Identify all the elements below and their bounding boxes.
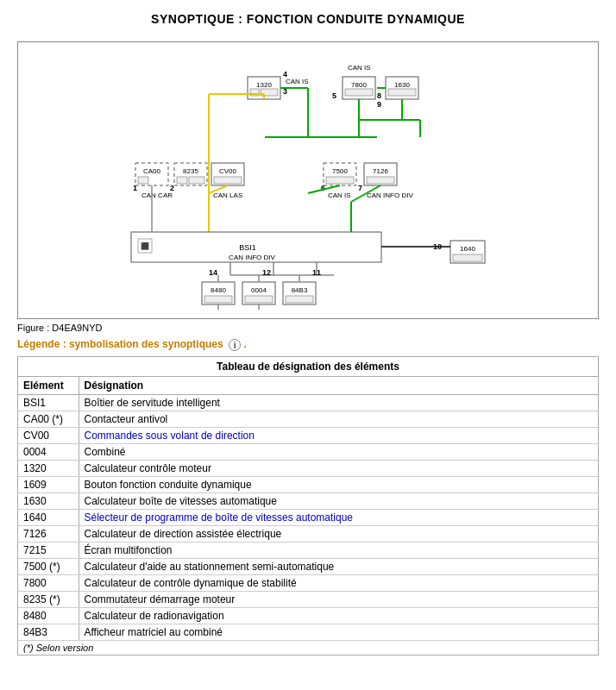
svg-text:8: 8: [377, 91, 381, 100]
element-7500: 7500 (*): [18, 558, 79, 574]
diagram-svg: BSI1 ⬛ CAN INFO DIV 1320 CAN IS 4 3 7800…: [58, 51, 558, 310]
svg-text:5: 5: [332, 91, 336, 100]
svg-rect-57: [453, 254, 482, 261]
svg-rect-21: [388, 89, 416, 96]
table-row: 0004 Combiné: [18, 443, 598, 460]
designation-1640: Sélecteur de programme de boîte de vites…: [79, 509, 598, 525]
svg-text:CAN INFO DIV: CAN INFO DIV: [229, 254, 275, 261]
table-row: 8235 (*) Commutateur démarrage moteur: [18, 591, 598, 607]
element-7800: 7800: [18, 574, 79, 591]
svg-text:CAN CAR: CAN CAR: [141, 191, 173, 199]
designation-7800: Calculateur de contrôle dynamique de sta…: [79, 574, 598, 591]
element-7126: 7126: [18, 525, 79, 542]
element-ca00: CA00 (*): [18, 411, 79, 427]
table-wrapper: Tableau de désignation des éléments Elém…: [17, 356, 599, 656]
note-row: (*) Selon version: [18, 640, 598, 655]
designation-7500: Calculateur d'aide au stationnement semi…: [79, 558, 598, 574]
designation-8235: Commutateur démarrage moteur: [79, 591, 598, 607]
element-1320: 1320: [18, 460, 79, 476]
table-row: 7500 (*) Calculateur d'aide au stationne…: [18, 558, 598, 574]
elements-table: Tableau de désignation des éléments Elém…: [18, 357, 598, 655]
designation-ca00: Contacteur antivol: [79, 411, 598, 427]
svg-text:1: 1: [133, 184, 137, 192]
svg-text:1320: 1320: [256, 81, 272, 89]
svg-text:CAN LAS: CAN LAS: [213, 191, 242, 199]
table-row: 7215 Écran multifonction: [18, 542, 598, 558]
designation-1320: Calculateur contrôle moteur: [79, 460, 598, 476]
element-1630: 1630: [18, 492, 79, 509]
designation-84b3: Afficheur matriciel au combiné: [79, 624, 598, 640]
table-row: 84B3 Afficheur matriciel au combiné: [18, 624, 598, 640]
svg-rect-47: [326, 177, 354, 184]
svg-rect-50: [367, 177, 394, 184]
svg-text:6: 6: [321, 184, 325, 192]
svg-text:9: 9: [377, 100, 381, 109]
table-row: 1609 Bouton fonction conduite dynamique: [18, 476, 598, 492]
svg-text:4: 4: [283, 70, 287, 78]
svg-rect-37: [189, 177, 204, 184]
svg-text:⬛: ⬛: [141, 242, 149, 250]
designation-7126: Calculateur de direction assistée électr…: [79, 525, 598, 542]
element-0004: 0004: [18, 443, 79, 460]
designation-1609: Bouton fonction conduite dynamique: [79, 476, 598, 492]
svg-rect-74: [204, 296, 232, 303]
table-header: Tableau de désignation des éléments: [18, 357, 598, 377]
svg-text:7126: 7126: [373, 167, 388, 175]
svg-text:CAN IS: CAN IS: [286, 78, 309, 85]
svg-text:CAN INFO DIV: CAN INFO DIV: [367, 191, 413, 199]
svg-text:11: 11: [312, 268, 321, 277]
svg-text:BSI1: BSI1: [239, 243, 256, 252]
svg-rect-18: [345, 89, 373, 96]
svg-text:CAN IS: CAN IS: [348, 64, 371, 72]
table-row: 1320 Calculateur contrôle moteur: [18, 460, 598, 476]
legend-title: Légende : symbolisation des synoptiques …: [17, 338, 599, 351]
svg-text:7500: 7500: [332, 167, 348, 175]
svg-text:1630: 1630: [394, 81, 410, 89]
svg-rect-77: [245, 296, 273, 303]
designation-0004: Combiné: [79, 443, 598, 460]
figure-label: Figure : D4EA9NYD: [17, 323, 599, 333]
svg-text:CV00: CV00: [219, 167, 237, 175]
designation-8480: Calculateur de radionavigation: [79, 607, 598, 624]
element-1640: 1640: [18, 509, 79, 525]
element-84b3: 84B3: [18, 624, 79, 640]
svg-text:8235: 8235: [183, 167, 198, 175]
info-icon: i: [229, 339, 241, 351]
svg-rect-33: [138, 177, 148, 184]
svg-text:1640: 1640: [460, 245, 475, 253]
element-1609: 1609: [18, 476, 79, 492]
table-row: 7800 Calculateur de contrôle dynamique d…: [18, 574, 598, 591]
note-text: (*) Selon version: [18, 640, 598, 655]
svg-rect-36: [177, 177, 187, 184]
table-row: 1630 Calculateur boîte de vitesses autom…: [18, 492, 598, 509]
designation-cv00: Commandes sous volant de direction: [79, 427, 598, 443]
col-element-header: Elément: [18, 376, 79, 394]
svg-text:CA00: CA00: [143, 167, 161, 175]
designation-1630: Calculateur boîte de vitesses automatiqu…: [79, 492, 598, 509]
svg-text:0004: 0004: [251, 286, 267, 294]
page-title: SYNOPTIQUE : FONCTION CONDUITE DYNAMIQUE: [0, 0, 616, 34]
table-row: BSI1 Boîtier de servitude intelligent: [18, 394, 598, 411]
svg-text:84B3: 84B3: [292, 286, 308, 294]
table-row: CV00 Commandes sous volant de direction: [18, 427, 598, 443]
svg-rect-43: [214, 177, 242, 184]
element-8480: 8480: [18, 607, 79, 624]
svg-rect-80: [286, 296, 313, 303]
element-bsi1: BSI1: [18, 394, 79, 411]
element-7215: 7215: [18, 542, 79, 558]
svg-text:14: 14: [209, 268, 217, 277]
designation-7215: Écran multifonction: [79, 542, 598, 558]
svg-text:CAN IS: CAN IS: [328, 191, 351, 199]
svg-text:7800: 7800: [351, 81, 367, 89]
element-8235: 8235 (*): [18, 591, 79, 607]
designation-bsi1: Boîtier de servitude intelligent: [79, 394, 598, 411]
col-designation-header: Désignation: [79, 376, 598, 394]
svg-text:7: 7: [358, 184, 362, 192]
table-row: 1640 Sélecteur de programme de boîte de …: [18, 509, 598, 525]
table-row: 8480 Calculateur de radionavigation: [18, 607, 598, 624]
table-row: 7126 Calculateur de direction assistée é…: [18, 525, 598, 542]
svg-text:8480: 8480: [211, 286, 226, 294]
table-header-row: Tableau de désignation des éléments: [18, 357, 598, 377]
svg-text:2: 2: [170, 184, 174, 192]
element-cv00: CV00: [18, 427, 79, 443]
